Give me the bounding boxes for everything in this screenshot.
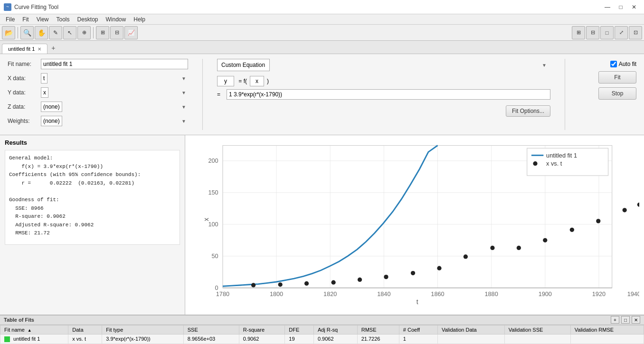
col-sse[interactable]: SSE [183, 325, 239, 334]
toolbar-chart[interactable]: 📈 [124, 26, 138, 39]
tab-label: untitled fit 1 [8, 46, 35, 52]
equation-x-input[interactable] [250, 76, 264, 86]
tab-close-icon[interactable]: ✕ [38, 46, 41, 52]
col-fit-name[interactable]: Fit name ▲ [0, 325, 68, 334]
toolbar-pin[interactable]: ✎ [49, 26, 62, 39]
col-data[interactable]: Data [68, 325, 102, 334]
toolbar-open[interactable]: 📂 [2, 26, 15, 39]
z-data-select-wrap: (none) ▼ [41, 102, 188, 112]
col-dfe[interactable]: DFE [285, 325, 314, 334]
equation-function-row: = f( ) [217, 76, 550, 86]
middle-panel: Results General model: f(x) = 3.9*exp(r*… [0, 135, 644, 315]
svg-text:x vs. t: x vs. t [546, 160, 562, 167]
svg-text:1860: 1860 [431, 291, 444, 298]
weights-arrow-icon: ▼ [181, 119, 186, 124]
col-rsquare[interactable]: R-square [239, 325, 285, 334]
col-validation-sse[interactable]: Validation SSE [504, 325, 570, 334]
data-point [464, 254, 468, 259]
cell-dfe: 19 [285, 334, 314, 344]
tab-untitled-fit-1[interactable]: untitled fit 1 ✕ [2, 44, 47, 54]
table-close-button[interactable]: ✕ [632, 316, 640, 324]
cell-rmse: 21.7226 [357, 334, 399, 344]
maximize-button[interactable]: □ [615, 2, 627, 12]
menu-fit[interactable]: Fit [19, 15, 32, 24]
y-data-select-wrap: x ▼ [41, 87, 188, 98]
toolbar-data-cursor[interactable]: ⊕ [77, 26, 91, 39]
table-scroll-area[interactable]: Fit name ▲ Data Fit type SSE R-square DF… [0, 325, 644, 344]
stop-button[interactable]: Stop [598, 87, 636, 100]
toolbar-table[interactable]: ⊞ [96, 26, 109, 39]
cell-fit-type: 3.9*exp(r*(x-1790)) [102, 334, 184, 344]
table-expand-button[interactable]: □ [621, 316, 630, 324]
table-add-button[interactable]: + [611, 316, 619, 324]
equation-panel: Custom Equation ▼ = f( ) = Fit Options..… [217, 59, 550, 130]
menu-window[interactable]: Window [102, 15, 130, 24]
fit-name-label: Fit name: [8, 61, 41, 67]
x-data-select-wrap: t ▼ [41, 73, 188, 84]
toolbar-fullscreen[interactable]: ⤢ [615, 26, 628, 39]
eq-divider [565, 59, 565, 130]
equation-type-row: Custom Equation ▼ [217, 59, 550, 71]
data-point [543, 238, 547, 242]
fit-button[interactable]: Fit [598, 71, 636, 84]
y-data-select[interactable]: x [41, 87, 48, 98]
menu-view[interactable]: View [33, 15, 53, 24]
menu-desktop[interactable]: Desktop [74, 15, 102, 24]
x-data-select[interactable]: t [41, 73, 47, 84]
fit-form: Fit name: X data: t ▼ Y data: x [8, 59, 188, 130]
svg-text:1940: 1940 [627, 291, 639, 298]
minimize-button[interactable]: — [601, 2, 614, 12]
app-icon: ~ [4, 3, 11, 11]
new-tab-button[interactable]: + [47, 42, 59, 54]
table-row[interactable]: untitled fit 1 x vs. t 3.9*exp(r*(x-1790… [0, 334, 644, 344]
toolbar-zoom-in[interactable]: 🔍 [20, 26, 34, 39]
fit-name-input[interactable] [41, 59, 188, 69]
fit-name-cell-text: untitled fit 1 [13, 336, 40, 342]
menu-tools[interactable]: Tools [52, 15, 73, 24]
menu-help[interactable]: Help [130, 15, 149, 24]
x-data-arrow-icon: ▼ [181, 76, 186, 81]
toolbar-cursor[interactable]: ↖ [63, 26, 76, 39]
autofit-label: Auto fit [619, 61, 636, 67]
col-adj-rsq[interactable]: Adj R-sq [313, 325, 357, 334]
results-text: General model: f(x) = 3.9*exp(r*(x-1790)… [5, 150, 180, 245]
equation-type-wrap: Custom Equation ▼ [217, 59, 550, 71]
col-validation-data[interactable]: Validation Data [437, 325, 504, 334]
toolbar-tile-h[interactable]: ⊞ [572, 26, 585, 39]
col-fit-type[interactable]: Fit type [102, 325, 184, 334]
fit-name-row: Fit name: [8, 59, 188, 69]
results-title: Results [5, 139, 180, 146]
window-controls: — □ ✕ [601, 2, 640, 12]
equation-type-select[interactable]: Custom Equation [217, 59, 270, 71]
data-point [570, 228, 574, 232]
menu-file[interactable]: File [2, 15, 19, 24]
fit-color-indicator [4, 336, 10, 342]
toolbar-more[interactable]: ⊡ [629, 26, 642, 39]
toolbar: 📂 🔍 ✋ ✎ ↖ ⊕ ⊞ ⊟ 📈 ⊞ ⊟ □ ⤢ ⊡ [0, 25, 644, 41]
y-data-label: Y data: [8, 89, 41, 96]
cell-validation-rmse [570, 334, 644, 344]
menu-bar: File Fit View Tools Desktop Window Help [0, 14, 644, 25]
toolbar-grid[interactable]: ⊟ [110, 26, 123, 39]
col-validation-rmse[interactable]: Validation RMSE [570, 325, 644, 334]
toolbar-cascade[interactable]: □ [600, 26, 614, 39]
toolbar-pan[interactable]: ✋ [35, 26, 48, 39]
data-point [437, 266, 441, 270]
z-data-select[interactable]: (none) [41, 102, 62, 112]
col-ncoeff[interactable]: # Coeff [399, 325, 437, 334]
tab-bar: untitled fit 1 ✕ + [0, 41, 644, 54]
data-point [331, 280, 336, 285]
weights-select[interactable]: (none) [41, 116, 62, 126]
close-button[interactable]: ✕ [628, 2, 640, 12]
cell-sse: 8.9656e+03 [183, 334, 239, 344]
equation-y-input[interactable] [217, 76, 234, 86]
equation-expression-input[interactable] [227, 89, 550, 100]
equation-equals-sign: = [217, 91, 224, 98]
autofit-checkbox[interactable] [610, 61, 617, 67]
col-rmse[interactable]: RMSE [357, 325, 399, 334]
toolbar-tile-v[interactable]: ⊟ [586, 26, 599, 39]
svg-text:100: 100 [208, 221, 218, 228]
fit-options-button[interactable]: Fit Options... [506, 105, 550, 117]
app-title: Curve Fitting Tool [14, 4, 58, 10]
svg-text:1800: 1800 [270, 291, 283, 298]
